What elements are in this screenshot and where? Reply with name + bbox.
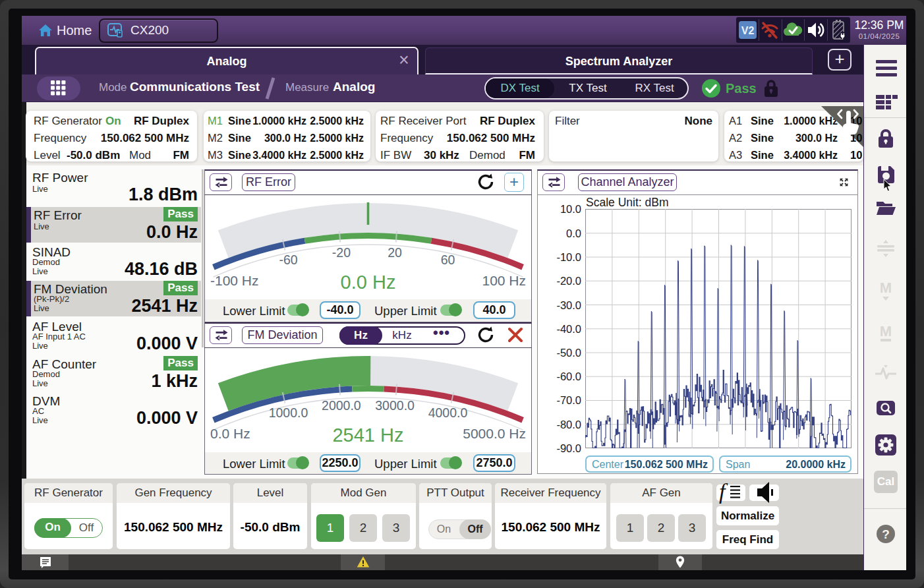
svg-text:-60: -60 bbox=[279, 252, 297, 267]
svg-text:2541 Hz: 2541 Hz bbox=[332, 425, 403, 446]
svg-text:1000.0: 1000.0 bbox=[269, 405, 308, 420]
svg-text:0.0 Hz: 0.0 Hz bbox=[210, 426, 250, 441]
svg-text:5000.0 Hz: 5000.0 Hz bbox=[463, 426, 526, 441]
svg-text:M: M bbox=[880, 323, 892, 339]
svg-text:20: 20 bbox=[388, 245, 402, 260]
svg-text:4000.0: 4000.0 bbox=[428, 405, 468, 420]
svg-text:0.0 Hz: 0.0 Hz bbox=[341, 272, 396, 293]
svg-text:M: M bbox=[880, 279, 892, 296]
svg-text:3000.0: 3000.0 bbox=[375, 398, 415, 413]
svg-text:60: 60 bbox=[441, 252, 455, 267]
svg-text:100 Hz: 100 Hz bbox=[482, 273, 526, 288]
svg-text:V2: V2 bbox=[741, 25, 755, 36]
svg-text:2000.0: 2000.0 bbox=[322, 398, 361, 413]
svg-text:f: f bbox=[719, 479, 728, 504]
svg-text:-100 Hz: -100 Hz bbox=[210, 273, 259, 288]
svg-text:?: ? bbox=[882, 527, 890, 541]
svg-text:-20: -20 bbox=[332, 245, 351, 260]
